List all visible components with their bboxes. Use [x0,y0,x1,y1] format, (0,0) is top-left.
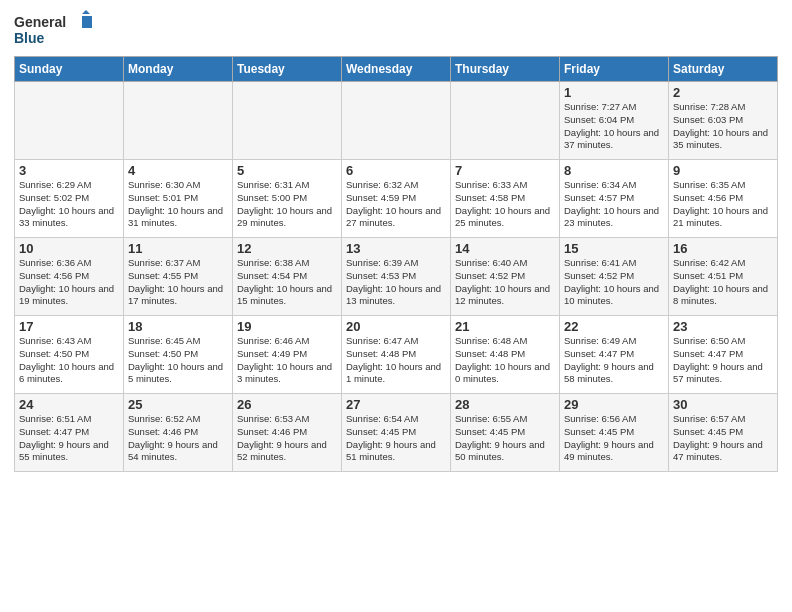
day-number: 29 [564,397,664,412]
day-info: Sunrise: 6:55 AM Sunset: 4:45 PM Dayligh… [455,413,555,464]
calendar-cell: 1Sunrise: 7:27 AM Sunset: 6:04 PM Daylig… [560,82,669,160]
calendar-cell: 12Sunrise: 6:38 AM Sunset: 4:54 PM Dayli… [233,238,342,316]
calendar-cell: 17Sunrise: 6:43 AM Sunset: 4:50 PM Dayli… [15,316,124,394]
day-number: 2 [673,85,773,100]
calendar-table: SundayMondayTuesdayWednesdayThursdayFrid… [14,56,778,472]
day-number: 14 [455,241,555,256]
svg-text:Blue: Blue [14,30,45,46]
calendar-cell: 24Sunrise: 6:51 AM Sunset: 4:47 PM Dayli… [15,394,124,472]
day-info: Sunrise: 7:27 AM Sunset: 6:04 PM Dayligh… [564,101,664,152]
day-info: Sunrise: 6:36 AM Sunset: 4:56 PM Dayligh… [19,257,119,308]
calendar-cell: 8Sunrise: 6:34 AM Sunset: 4:57 PM Daylig… [560,160,669,238]
day-info: Sunrise: 6:46 AM Sunset: 4:49 PM Dayligh… [237,335,337,386]
calendar-cell: 29Sunrise: 6:56 AM Sunset: 4:45 PM Dayli… [560,394,669,472]
day-info: Sunrise: 6:40 AM Sunset: 4:52 PM Dayligh… [455,257,555,308]
calendar-body: 1Sunrise: 7:27 AM Sunset: 6:04 PM Daylig… [15,82,778,472]
header-row: SundayMondayTuesdayWednesdayThursdayFrid… [15,57,778,82]
day-info: Sunrise: 6:43 AM Sunset: 4:50 PM Dayligh… [19,335,119,386]
day-info: Sunrise: 6:56 AM Sunset: 4:45 PM Dayligh… [564,413,664,464]
day-info: Sunrise: 6:57 AM Sunset: 4:45 PM Dayligh… [673,413,773,464]
day-info: Sunrise: 7:28 AM Sunset: 6:03 PM Dayligh… [673,101,773,152]
calendar-cell: 19Sunrise: 6:46 AM Sunset: 4:49 PM Dayli… [233,316,342,394]
calendar-cell: 11Sunrise: 6:37 AM Sunset: 4:55 PM Dayli… [124,238,233,316]
calendar-cell: 9Sunrise: 6:35 AM Sunset: 4:56 PM Daylig… [669,160,778,238]
header: General Blue [14,10,778,50]
calendar-cell: 26Sunrise: 6:53 AM Sunset: 4:46 PM Dayli… [233,394,342,472]
day-info: Sunrise: 6:32 AM Sunset: 4:59 PM Dayligh… [346,179,446,230]
calendar-cell: 6Sunrise: 6:32 AM Sunset: 4:59 PM Daylig… [342,160,451,238]
calendar-cell: 18Sunrise: 6:45 AM Sunset: 4:50 PM Dayli… [124,316,233,394]
day-number: 23 [673,319,773,334]
header-cell-wednesday: Wednesday [342,57,451,82]
day-number: 18 [128,319,228,334]
day-number: 15 [564,241,664,256]
calendar-cell: 28Sunrise: 6:55 AM Sunset: 4:45 PM Dayli… [451,394,560,472]
day-info: Sunrise: 6:47 AM Sunset: 4:48 PM Dayligh… [346,335,446,386]
day-number: 25 [128,397,228,412]
day-info: Sunrise: 6:35 AM Sunset: 4:56 PM Dayligh… [673,179,773,230]
calendar-cell: 20Sunrise: 6:47 AM Sunset: 4:48 PM Dayli… [342,316,451,394]
day-number: 27 [346,397,446,412]
day-info: Sunrise: 6:39 AM Sunset: 4:53 PM Dayligh… [346,257,446,308]
header-cell-friday: Friday [560,57,669,82]
calendar-week-4: 24Sunrise: 6:51 AM Sunset: 4:47 PM Dayli… [15,394,778,472]
calendar-cell: 7Sunrise: 6:33 AM Sunset: 4:58 PM Daylig… [451,160,560,238]
calendar-cell: 27Sunrise: 6:54 AM Sunset: 4:45 PM Dayli… [342,394,451,472]
day-number: 19 [237,319,337,334]
day-number: 5 [237,163,337,178]
logo: General Blue [14,10,94,50]
calendar-header: SundayMondayTuesdayWednesdayThursdayFrid… [15,57,778,82]
day-info: Sunrise: 6:51 AM Sunset: 4:47 PM Dayligh… [19,413,119,464]
header-cell-sunday: Sunday [15,57,124,82]
header-cell-tuesday: Tuesday [233,57,342,82]
calendar-cell: 5Sunrise: 6:31 AM Sunset: 5:00 PM Daylig… [233,160,342,238]
svg-text:General: General [14,14,66,30]
day-info: Sunrise: 6:42 AM Sunset: 4:51 PM Dayligh… [673,257,773,308]
day-number: 10 [19,241,119,256]
calendar-cell [233,82,342,160]
day-number: 16 [673,241,773,256]
day-number: 6 [346,163,446,178]
day-info: Sunrise: 6:31 AM Sunset: 5:00 PM Dayligh… [237,179,337,230]
day-number: 11 [128,241,228,256]
day-number: 26 [237,397,337,412]
calendar-week-0: 1Sunrise: 7:27 AM Sunset: 6:04 PM Daylig… [15,82,778,160]
calendar-cell [451,82,560,160]
calendar-cell: 3Sunrise: 6:29 AM Sunset: 5:02 PM Daylig… [15,160,124,238]
svg-marker-2 [82,10,90,14]
day-info: Sunrise: 6:45 AM Sunset: 4:50 PM Dayligh… [128,335,228,386]
day-number: 21 [455,319,555,334]
day-info: Sunrise: 6:30 AM Sunset: 5:01 PM Dayligh… [128,179,228,230]
calendar-cell: 14Sunrise: 6:40 AM Sunset: 4:52 PM Dayli… [451,238,560,316]
logo-svg: General Blue [14,10,94,50]
day-number: 22 [564,319,664,334]
calendar-week-1: 3Sunrise: 6:29 AM Sunset: 5:02 PM Daylig… [15,160,778,238]
day-info: Sunrise: 6:54 AM Sunset: 4:45 PM Dayligh… [346,413,446,464]
calendar-cell: 23Sunrise: 6:50 AM Sunset: 4:47 PM Dayli… [669,316,778,394]
calendar-cell: 22Sunrise: 6:49 AM Sunset: 4:47 PM Dayli… [560,316,669,394]
calendar-cell: 15Sunrise: 6:41 AM Sunset: 4:52 PM Dayli… [560,238,669,316]
header-cell-thursday: Thursday [451,57,560,82]
day-number: 24 [19,397,119,412]
calendar-cell: 25Sunrise: 6:52 AM Sunset: 4:46 PM Dayli… [124,394,233,472]
day-info: Sunrise: 6:38 AM Sunset: 4:54 PM Dayligh… [237,257,337,308]
calendar-cell: 10Sunrise: 6:36 AM Sunset: 4:56 PM Dayli… [15,238,124,316]
calendar-cell: 30Sunrise: 6:57 AM Sunset: 4:45 PM Dayli… [669,394,778,472]
day-number: 9 [673,163,773,178]
calendar-cell: 16Sunrise: 6:42 AM Sunset: 4:51 PM Dayli… [669,238,778,316]
day-info: Sunrise: 6:29 AM Sunset: 5:02 PM Dayligh… [19,179,119,230]
day-number: 13 [346,241,446,256]
day-number: 1 [564,85,664,100]
calendar-cell [124,82,233,160]
day-number: 20 [346,319,446,334]
day-info: Sunrise: 6:48 AM Sunset: 4:48 PM Dayligh… [455,335,555,386]
day-info: Sunrise: 6:49 AM Sunset: 4:47 PM Dayligh… [564,335,664,386]
header-cell-monday: Monday [124,57,233,82]
day-number: 12 [237,241,337,256]
day-info: Sunrise: 6:50 AM Sunset: 4:47 PM Dayligh… [673,335,773,386]
header-cell-saturday: Saturday [669,57,778,82]
calendar-cell: 13Sunrise: 6:39 AM Sunset: 4:53 PM Dayli… [342,238,451,316]
day-info: Sunrise: 6:52 AM Sunset: 4:46 PM Dayligh… [128,413,228,464]
day-number: 7 [455,163,555,178]
day-info: Sunrise: 6:41 AM Sunset: 4:52 PM Dayligh… [564,257,664,308]
